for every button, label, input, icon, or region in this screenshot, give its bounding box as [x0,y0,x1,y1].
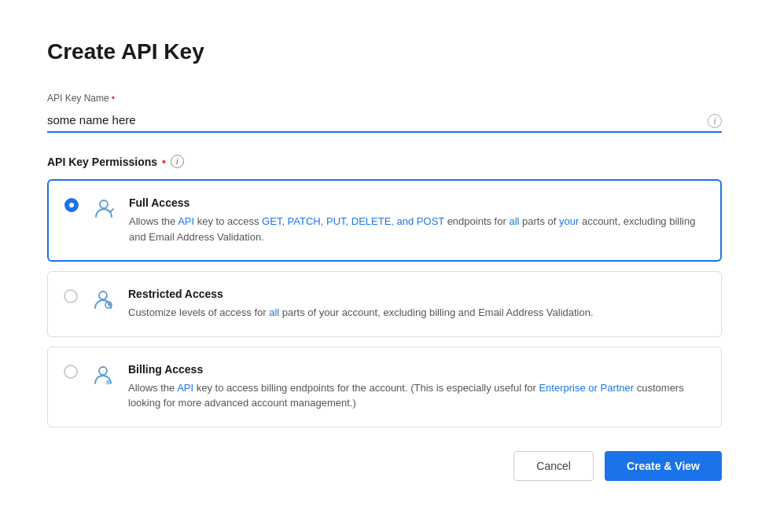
page-container: Create API Key API Key Name • i API Key … [0,0,769,532]
billing-access-title: Billing Access [128,363,705,376]
radio-billing[interactable] [64,365,78,379]
field-label: API Key Name • [47,93,722,104]
create-view-button[interactable]: Create & View [605,451,722,481]
page-title: Create API Key [47,39,722,64]
radio-restricted[interactable] [64,289,78,303]
cancel-button[interactable]: Cancel [513,451,594,481]
billing-access-desc: Allows the API key to access billing end… [128,380,705,411]
billing-access-content: Billing Access Allows the API key to acc… [128,363,705,411]
svg-point-0 [100,200,108,208]
radio-full[interactable] [64,198,79,212]
svg-text:$: $ [106,379,110,386]
permission-card-full[interactable]: Full Access Allows the API key to access… [47,179,722,262]
permission-card-billing[interactable]: $ Billing Access Allows the API key to a… [47,347,722,427]
svg-point-3 [109,306,109,307]
svg-point-4 [99,367,107,375]
permissions-label-text: API Key Permissions [47,156,157,168]
restricted-access-desc: Customize levels of access for all parts… [128,305,705,321]
svg-point-1 [99,292,107,299]
full-access-content: Full Access Allows the API key to access… [129,196,705,244]
restricted-access-icon [90,288,116,316]
permissions-required-marker: • [162,156,166,168]
permission-card-restricted[interactable]: Restricted Access Customize levels of ac… [47,271,722,337]
api-key-name-info-icon: i [708,114,722,128]
permissions-info-icon: i [171,155,184,168]
api-key-name-wrapper: i [47,108,722,133]
full-access-desc: Allows the API key to access GET, PATCH,… [129,214,705,244]
field-label-text: API Key Name [47,93,109,104]
restricted-access-content: Restricted Access Customize levels of ac… [128,288,705,321]
field-required-marker: • [112,93,115,104]
full-access-icon [91,196,116,225]
full-access-title: Full Access [129,196,705,209]
radio-billing-wrapper [64,365,78,379]
radio-restricted-wrapper [64,289,78,303]
actions-bar: Cancel Create & View [47,451,722,481]
restricted-access-title: Restricted Access [128,288,705,300]
api-key-name-input[interactable] [47,108,722,133]
billing-access-icon: $ [90,363,116,391]
radio-full-wrapper [64,198,79,212]
permissions-section-label: API Key Permissions• i [47,155,722,168]
